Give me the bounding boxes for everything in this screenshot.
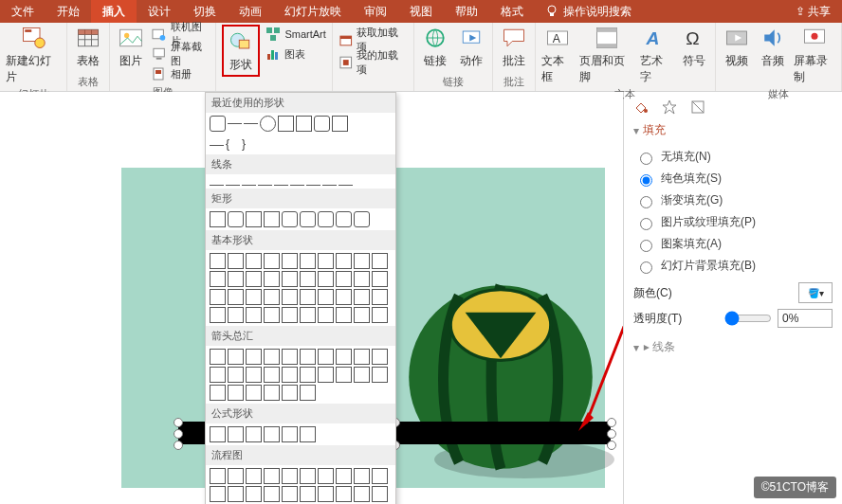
solid-fill-option[interactable]: 纯色填充(S) — [633, 168, 833, 189]
shape-flow-item[interactable] — [210, 468, 226, 484]
shape-flow-item[interactable] — [228, 486, 244, 502]
shape-flow-item[interactable] — [372, 468, 388, 484]
pattern-fill-option[interactable]: 图案填充(A) — [633, 233, 833, 255]
no-fill-option[interactable]: 无填充(N) — [633, 146, 833, 168]
shape-basic-item[interactable] — [336, 253, 352, 269]
shape-basic-item[interactable] — [318, 289, 334, 305]
fill-tab-icon[interactable] — [633, 99, 649, 115]
size-tab-icon[interactable] — [690, 99, 705, 115]
shape-flow-item[interactable] — [210, 486, 226, 502]
tab-format[interactable]: 格式 — [489, 0, 535, 23]
get-addins-button[interactable]: 获取加载项 — [339, 30, 408, 49]
share-button[interactable]: ⇪ 共享 — [784, 4, 842, 20]
symbol-button[interactable]: Ω符号 — [679, 25, 709, 69]
shape-arrow-item[interactable] — [246, 385, 262, 401]
shape-line-item[interactable] — [290, 185, 304, 186]
shape-round[interactable] — [300, 211, 316, 227]
tell-me-search[interactable]: 操作说明搜索 — [535, 4, 641, 20]
shape-flow-item[interactable] — [372, 486, 388, 502]
shape-arrow-item[interactable] — [246, 349, 262, 365]
tab-animations[interactable]: 动画 — [228, 0, 273, 23]
shape-arrow-item[interactable] — [354, 349, 370, 365]
shape-round[interactable] — [336, 211, 352, 227]
shape-roundrect[interactable] — [228, 211, 244, 227]
shape-basic-item[interactable] — [372, 253, 388, 269]
shape-arrow-item[interactable] — [282, 385, 298, 401]
shape-ellipse[interactable] — [260, 116, 276, 132]
shape-snip[interactable] — [264, 211, 280, 227]
screenshot-button[interactable]: 屏幕截图 — [152, 45, 210, 63]
shape-basic-item[interactable] — [300, 271, 316, 287]
shape-basic-item[interactable] — [354, 289, 370, 305]
shape-flow-item[interactable] — [318, 468, 334, 484]
shape-line-item[interactable] — [339, 185, 353, 186]
shape-arrow-item[interactable] — [264, 367, 280, 383]
shape-basic-item[interactable] — [246, 289, 262, 305]
shape-flow-item[interactable] — [264, 486, 280, 502]
shape-basic-item[interactable] — [264, 289, 280, 305]
shape-basic-item[interactable] — [336, 289, 352, 305]
shape-rect[interactable] — [210, 116, 226, 132]
shape-basic-item[interactable] — [336, 271, 352, 287]
fill-color-picker[interactable]: 🪣▾ — [798, 282, 833, 303]
resize-handle[interactable] — [174, 429, 183, 439]
shape-round[interactable] — [318, 211, 334, 227]
picture-fill-option[interactable]: 图片或纹理填充(P) — [633, 211, 833, 233]
shape-line-item[interactable] — [322, 185, 337, 186]
shape-snip[interactable] — [246, 211, 262, 227]
shape-arrow-item[interactable] — [300, 349, 316, 365]
shape-arrow-item[interactable] — [210, 385, 226, 401]
shape-flow-item[interactable] — [246, 468, 262, 484]
shape-basic-item[interactable] — [282, 289, 298, 305]
shape-arrow-item[interactable] — [228, 385, 244, 401]
shape-eq-item[interactable] — [300, 426, 316, 442]
tab-review[interactable]: 审阅 — [353, 0, 398, 23]
shape-basic-item[interactable] — [210, 307, 226, 323]
link-button[interactable]: 链接 — [420, 25, 450, 69]
shape-arrow-item[interactable] — [318, 349, 334, 365]
shape-basic-item[interactable] — [318, 307, 334, 323]
shape-arrow-item[interactable] — [282, 367, 298, 383]
shape-arrow-item[interactable] — [318, 367, 334, 383]
shapes-button[interactable]: 形状 — [222, 25, 260, 77]
pictures-button[interactable]: 图片 — [116, 25, 146, 69]
shape-rect[interactable] — [296, 116, 312, 132]
transparency-value[interactable]: 0% — [778, 309, 833, 328]
shape-arrow-item[interactable] — [300, 385, 316, 401]
line-section-header[interactable]: ▾线条 — [633, 339, 833, 355]
shape-basic-item[interactable] — [336, 307, 352, 323]
audio-button[interactable]: 音频 — [758, 25, 788, 69]
shape-basic-item[interactable] — [264, 307, 280, 323]
wordart-button[interactable]: A艺术字 — [640, 25, 673, 85]
shape-basic-item[interactable] — [354, 253, 370, 269]
shape-arrow-item[interactable] — [264, 385, 280, 401]
shape-line-item[interactable] — [210, 185, 224, 186]
shape-arrow-item[interactable] — [210, 367, 226, 383]
shape-arrow-item[interactable] — [228, 367, 244, 383]
shape-line-item[interactable] — [306, 185, 320, 186]
tab-help[interactable]: 帮助 — [444, 0, 489, 23]
shape-arrow-item[interactable] — [300, 367, 316, 383]
shape-rectangle[interactable] — [210, 211, 226, 227]
tab-file[interactable]: 文件 — [0, 0, 46, 23]
shape-flow-item[interactable] — [246, 486, 262, 502]
tab-home[interactable]: 开始 — [46, 0, 91, 23]
slidebg-fill-option[interactable]: 幻灯片背景填充(B) — [633, 255, 833, 277]
shape-arrow-item[interactable] — [354, 367, 370, 383]
shape-basic-item[interactable] — [228, 307, 244, 323]
shape-basic-item[interactable] — [300, 307, 316, 323]
chart-button[interactable]: 图表 — [265, 45, 325, 63]
shape-eq-item[interactable] — [282, 426, 298, 442]
shape-flow-item[interactable] — [318, 486, 334, 502]
video-button[interactable]: 视频 — [722, 25, 752, 69]
shape-basic-item[interactable] — [354, 271, 370, 287]
shape-flow-item[interactable] — [300, 486, 316, 502]
shape-arrow-item[interactable] — [336, 349, 352, 365]
shape-basic-item[interactable] — [210, 253, 226, 269]
photo-album-button[interactable]: 相册 — [152, 64, 210, 83]
tab-slideshow[interactable]: 幻灯片放映 — [273, 0, 353, 23]
shape-basic-item[interactable] — [372, 289, 388, 305]
transparency-slider[interactable] — [724, 311, 772, 326]
textbox-button[interactable]: A文本框 — [541, 25, 575, 85]
shape-eq-item[interactable] — [210, 426, 226, 442]
